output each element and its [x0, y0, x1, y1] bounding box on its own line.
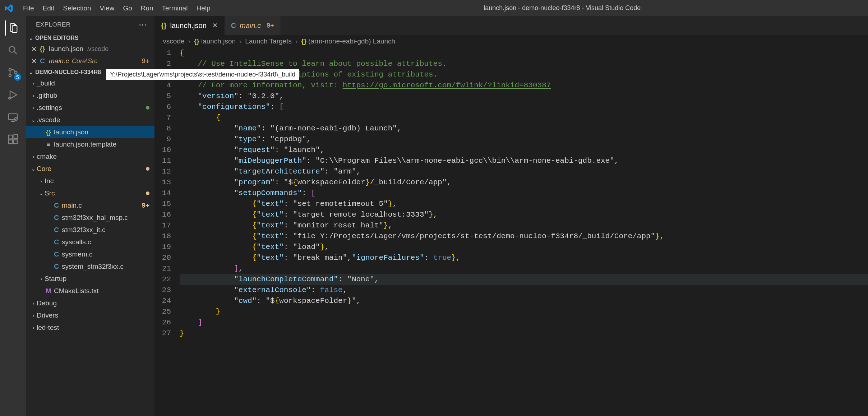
tree-file[interactable]: {}launch.json: [26, 126, 154, 138]
tree-folder[interactable]: ›.settings: [26, 102, 154, 114]
menu-file[interactable]: File: [19, 3, 38, 14]
breadcrumb-item[interactable]: .vscode: [161, 37, 184, 45]
chevron-right-icon: ›: [295, 37, 297, 45]
tree-folder[interactable]: ›cmake: [26, 151, 154, 163]
chevron-right-icon: ›: [30, 93, 37, 98]
file-name: launch.json: [49, 45, 83, 53]
chevron-right-icon: ›: [30, 105, 37, 111]
modified-badge: 9+: [267, 22, 274, 29]
svg-point-1: [9, 69, 11, 71]
tree-file[interactable]: ≡launch.json.template: [26, 138, 154, 151]
open-editor-item[interactable]: ✕ C main.c Core\Src 9+: [26, 55, 154, 67]
more-icon[interactable]: ⋯: [139, 20, 147, 29]
source-control-icon[interactable]: 5: [5, 65, 20, 80]
tree-folder[interactable]: ›Drivers: [26, 309, 154, 322]
tab-launch-json[interactable]: {} launch.json ✕: [154, 16, 225, 35]
tree-folder[interactable]: ⌄Core: [26, 163, 154, 175]
tree-file[interactable]: Csyscalls.c: [26, 236, 154, 248]
menu-terminal[interactable]: Terminal: [158, 3, 192, 14]
tree-file[interactable]: Cmain.c9+: [26, 199, 154, 212]
file-hint: .vscode: [86, 45, 108, 53]
menu-selection[interactable]: Selection: [59, 3, 95, 14]
tree-folder[interactable]: ›Startup: [26, 273, 154, 285]
file-name: main.c: [62, 202, 82, 209]
chevron-right-icon: ›: [30, 154, 37, 160]
folder-name: Drivers: [37, 311, 58, 319]
hover-tooltip: Y:\Projects\Lager\vms\projects\st-test\d…: [106, 69, 299, 80]
file-name: launch.json: [54, 128, 88, 136]
folder-name: _build: [37, 79, 55, 87]
file-name: syscalls.c: [62, 238, 91, 246]
menu-edit[interactable]: Edit: [38, 3, 59, 14]
chevron-down-icon: ⌄: [38, 190, 45, 196]
folder-name: led-test: [37, 324, 59, 332]
file-icon: C: [231, 22, 236, 30]
svg-rect-10: [14, 135, 18, 139]
chevron-right-icon: ›: [38, 276, 45, 282]
folder-name: .settings: [37, 104, 62, 112]
tab-main-c[interactable]: C main.c 9+: [225, 16, 281, 35]
tree-folder[interactable]: ›.github: [26, 89, 154, 102]
chevron-down-icon: ⌄: [30, 166, 37, 172]
tree-folder[interactable]: ›Debug: [26, 297, 154, 309]
status-dot: [146, 191, 149, 195]
scm-badge: 5: [14, 74, 21, 81]
folder-name: Startup: [45, 275, 66, 283]
menu-view[interactable]: View: [96, 3, 119, 14]
breadcrumb-item[interactable]: Launch Targets: [245, 37, 292, 45]
tree-file[interactable]: Cstm32f3xx_hal_msp.c: [26, 212, 154, 224]
file-icon: C: [38, 57, 47, 65]
tree-folder[interactable]: ⌄Src: [26, 187, 154, 199]
open-editor-item[interactable]: ✕ {} launch.json .vscode: [26, 43, 154, 55]
close-icon[interactable]: ✕: [212, 22, 218, 29]
close-icon[interactable]: ✕: [30, 57, 38, 65]
run-debug-icon[interactable]: [5, 87, 20, 102]
status-dot: [146, 106, 149, 110]
chevron-right-icon: ›: [30, 80, 37, 86]
svg-rect-7: [9, 135, 13, 139]
file-name: sysmem.c: [62, 250, 93, 258]
status-dot: [146, 167, 149, 171]
tree-file[interactable]: Csystem_stm32f3xx.c: [26, 260, 154, 273]
tree-file[interactable]: MCMakeLists.txt: [26, 285, 154, 297]
file-name: system_stm32f3xx.c: [62, 263, 124, 271]
file-icon: C: [52, 250, 60, 258]
folder-name: Debug: [37, 299, 57, 307]
folder-name: .github: [37, 92, 57, 100]
titlebar: FileEditSelectionViewGoRunTerminalHelp l…: [0, 0, 868, 16]
file-icon: C: [52, 214, 60, 222]
activity-bar: 5: [0, 16, 26, 416]
chevron-right-icon: ›: [30, 300, 37, 306]
menu-help[interactable]: Help: [192, 3, 214, 14]
tree-folder[interactable]: ›led-test: [26, 322, 154, 334]
breadcrumb-item[interactable]: {} (arm-none-eabi-gdb) Launch: [301, 37, 395, 45]
tree-file[interactable]: Cstm32f3xx_it.c: [26, 224, 154, 236]
tree-folder[interactable]: ⌄.vscode: [26, 114, 154, 126]
breadcrumb-item[interactable]: {} launch.json: [194, 37, 236, 45]
tree-folder[interactable]: ›Inc: [26, 175, 154, 187]
breadcrumb[interactable]: .vscode›{} launch.json›Launch Targets›{}…: [154, 35, 868, 48]
open-editors-header[interactable]: ⌄ OPEN EDITORS: [26, 33, 154, 43]
file-icon: C: [52, 263, 60, 271]
code-editor[interactable]: 1234567891011121314151617181920212223242…: [154, 48, 868, 416]
close-icon[interactable]: ✕: [30, 45, 38, 53]
menu-run[interactable]: Run: [137, 3, 158, 14]
file-icon: ≡: [45, 140, 52, 148]
explorer-icon[interactable]: [5, 20, 20, 36]
folder-name: .vscode: [37, 116, 60, 124]
menu-go[interactable]: Go: [119, 3, 136, 14]
tab-label: main.c: [240, 22, 261, 30]
tree-file[interactable]: Csysmem.c: [26, 248, 154, 260]
chevron-down-icon: ⌄: [29, 35, 33, 41]
svg-rect-8: [9, 140, 13, 144]
code-content[interactable]: { // Use IntelliSense to learn about pos…: [180, 48, 868, 416]
file-icon: C: [52, 202, 60, 209]
sidebar-header: EXPLORER ⋯: [26, 16, 154, 33]
extensions-icon[interactable]: [5, 132, 20, 147]
folder-name: Core: [37, 165, 51, 173]
search-icon[interactable]: [5, 43, 20, 58]
remote-explorer-icon[interactable]: [5, 110, 20, 125]
file-name: main.c: [49, 57, 69, 65]
file-name: CMakeLists.txt: [54, 287, 99, 295]
folder-name: cmake: [37, 153, 57, 161]
